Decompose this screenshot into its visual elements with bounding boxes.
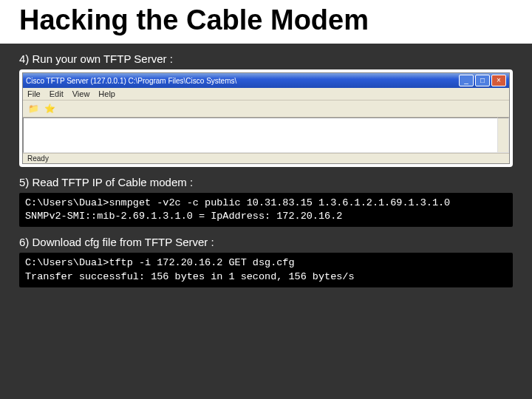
terminal-snmp: C:\Users\Dual>snmpget -v2c -c public 10.… bbox=[19, 193, 513, 227]
maximize-button[interactable]: □ bbox=[475, 75, 490, 86]
content-pane-row bbox=[23, 117, 509, 153]
step-6-label: 6) Download cfg file from TFTP Server : bbox=[19, 236, 513, 248]
titlebar: Cisco TFTP Server (127.0.0.1) C:\Program… bbox=[23, 73, 509, 88]
status-bar: Ready bbox=[23, 153, 509, 163]
menu-edit[interactable]: Edit bbox=[50, 89, 64, 98]
minimize-button[interactable]: _ bbox=[459, 75, 474, 86]
tftp-window-wrap: Cisco TFTP Server (127.0.0.1) C:\Program… bbox=[19, 69, 513, 167]
menubar: File Edit View Help bbox=[23, 88, 509, 100]
slide: Hacking the Cable Modem 4) Run your own … bbox=[0, 0, 532, 399]
menu-view[interactable]: View bbox=[72, 89, 90, 98]
tftp-window: Cisco TFTP Server (127.0.0.1) C:\Program… bbox=[22, 72, 510, 164]
content-pane bbox=[23, 117, 498, 153]
step-5-label: 5) Read TFTP IP of Cable modem : bbox=[19, 176, 513, 188]
window-title: Cisco TFTP Server (127.0.0.1) C:\Program… bbox=[26, 77, 236, 85]
toolbar: 📁 ⭐ bbox=[23, 100, 509, 117]
menu-help[interactable]: Help bbox=[98, 89, 115, 98]
favorite-icon[interactable]: ⭐ bbox=[44, 103, 55, 115]
slide-body: 4) Run your own TFTP Server : Cisco TFTP… bbox=[0, 52, 532, 287]
step-4-label: 4) Run your own TFTP Server : bbox=[19, 52, 513, 65]
open-icon[interactable]: 📁 bbox=[27, 103, 39, 115]
close-button[interactable]: × bbox=[491, 75, 506, 86]
terminal-tftp: C:\Users\Dual>tftp -i 172.20.16.2 GET ds… bbox=[19, 253, 513, 287]
slide-title: Hacking the Cable Modem bbox=[0, 0, 532, 44]
menu-file[interactable]: File bbox=[27, 89, 41, 98]
scrollbar[interactable] bbox=[498, 117, 509, 153]
